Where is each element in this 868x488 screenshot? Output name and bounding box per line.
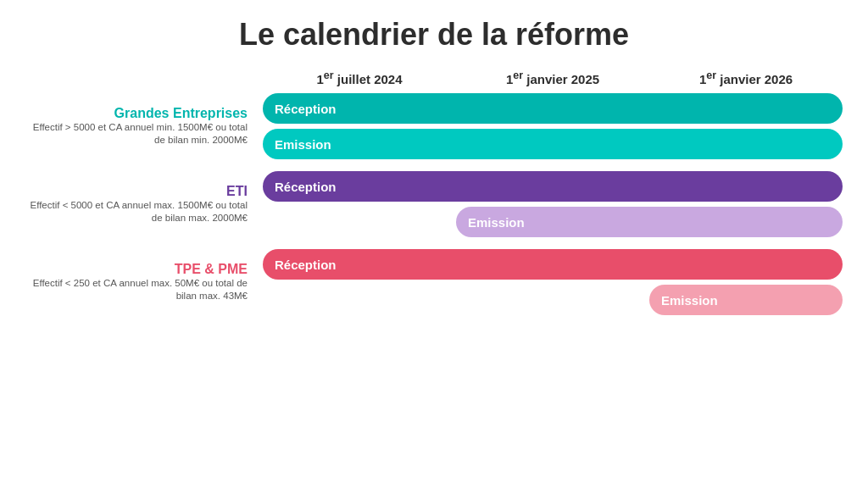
ge-reception-seg1: Réception: [263, 93, 456, 124]
entity-row-ge: Grandes Entreprises Effectif > 5000 et C…: [25, 93, 843, 159]
ge-reception-seg3: [649, 93, 843, 124]
tpe-emission-seg1: [263, 285, 456, 315]
eti-reception-seg2: [456, 171, 649, 202]
tpe-emission-bar: Emission: [263, 285, 843, 315]
eti-reception-label: Réception: [275, 180, 337, 194]
ge-reception-bar: Réception: [263, 93, 843, 124]
tpe-name: TPE & PME: [25, 262, 248, 277]
eti-reception-bar: Réception: [263, 171, 843, 202]
ge-emission-seg2: [456, 129, 649, 159]
entity-label-tpe: TPE & PME Effectif < 250 et CA annuel ma…: [25, 262, 263, 302]
page-title: Le calendrier de la réforme: [239, 17, 629, 53]
eti-reception-seg1: Réception: [263, 171, 456, 202]
ge-reception-seg2: [456, 93, 649, 124]
tpe-reception-seg1: Réception: [263, 249, 456, 280]
eti-name: ETI: [25, 184, 248, 199]
tpe-reception-seg3: [649, 249, 843, 280]
eti-emission-seg1: [263, 207, 456, 237]
tpe-reception-seg2: [456, 249, 649, 280]
eti-desc: Effectif < 5000 et CA annuel max. 1500M€…: [25, 199, 248, 225]
ge-reception-label: Réception: [275, 102, 337, 116]
entity-label-ge: Grandes Entreprises Effectif > 5000 et C…: [25, 106, 263, 147]
entity-row-eti: ETI Effectif < 5000 et CA annuel max. 15…: [25, 171, 843, 237]
eti-emission-seg2: Emission: [456, 207, 649, 237]
tpe-bars: Réception Emission: [263, 249, 843, 315]
content-area: 1er juillet 2024 1er janvier 2025 1er ja…: [25, 69, 843, 327]
tpe-desc: Effectif < 250 et CA annuel max. 50M€ ou…: [25, 277, 248, 302]
ge-emission-label: Emission: [275, 137, 331, 152]
tpe-emission-seg2: [456, 285, 649, 315]
entity-row-tpe: TPE & PME Effectif < 250 et CA annuel ma…: [25, 249, 843, 315]
col-header-3: 1er janvier 2026: [649, 69, 843, 86]
ge-emission-bar: Emission: [263, 129, 843, 159]
eti-bars: Réception Emission: [263, 171, 843, 237]
entity-label-eti: ETI Effectif < 5000 et CA annuel max. 15…: [25, 184, 263, 225]
eti-emission-seg3: [649, 207, 843, 237]
ge-emission-seg1: Emission: [263, 129, 456, 159]
col-header-1: 1er juillet 2024: [263, 69, 456, 86]
eti-reception-seg3: [649, 171, 843, 202]
ge-name: Grandes Entreprises: [25, 106, 248, 121]
tpe-emission-label: Emission: [661, 293, 718, 308]
ge-desc: Effectif > 5000 et CA annuel min. 1500M€…: [25, 121, 248, 147]
col-header-2: 1er janvier 2025: [456, 69, 649, 86]
page: Le calendrier de la réforme 1er juillet …: [0, 0, 868, 488]
ge-bars: Réception Emission: [263, 93, 843, 159]
tpe-reception-bar: Réception: [263, 249, 843, 280]
column-headers: 1er juillet 2024 1er janvier 2025 1er ja…: [25, 69, 843, 86]
eti-emission-bar: Emission: [263, 207, 843, 237]
tpe-reception-label: Réception: [275, 258, 337, 272]
tpe-emission-seg3: Emission: [649, 285, 843, 315]
eti-emission-label: Emission: [468, 215, 525, 230]
ge-emission-seg3: [649, 129, 843, 159]
